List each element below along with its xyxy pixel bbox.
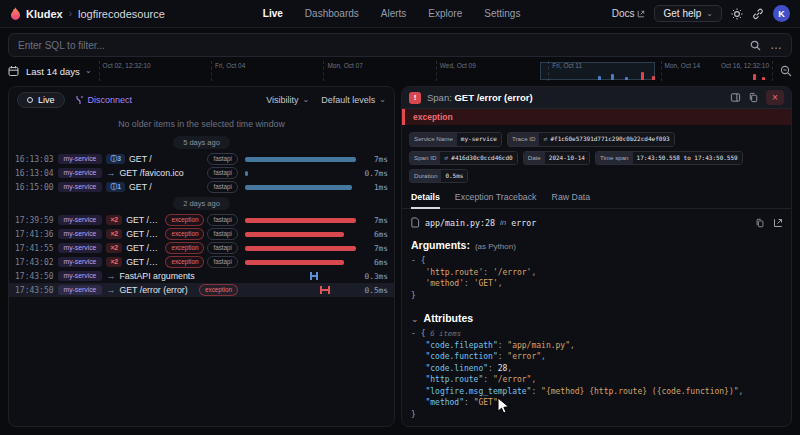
duration-bar-track (245, 270, 359, 282)
source-location-row[interactable]: app/main.py:28 in error (410, 217, 783, 228)
visibility-label: Visibility (266, 95, 298, 105)
trace-row[interactable]: 17:41:36my-service×2GET /errorexceptionf… (9, 227, 394, 241)
row-tags: fastapi (207, 153, 238, 164)
attributes-section-header[interactable]: ⌄ Attributes (411, 312, 782, 324)
tag-exception: exception (199, 284, 238, 295)
duration-bar-track (245, 284, 359, 296)
meta-value: my-service (457, 133, 501, 146)
tab-live[interactable]: Live (252, 0, 294, 28)
tab-dashboards[interactable]: Dashboards (294, 0, 370, 28)
time-separator: 5 days ago (9, 136, 394, 149)
more-options-icon[interactable]: … (770, 39, 782, 51)
collapse-chevron-icon: ⌄ (411, 314, 419, 324)
meta-value-text: 17:43:50.558 to 17:43:50.559 (637, 155, 738, 161)
tab-alerts[interactable]: Alerts (370, 0, 418, 28)
trace-list-header: Live Disconnect Visibility ⌄ Default lev… (9, 87, 394, 113)
detail-tab-details[interactable]: Details (411, 192, 440, 209)
duration-bar-track (245, 167, 359, 179)
theme-toggle-icon[interactable] (731, 8, 743, 20)
code-token: 'http.route' (425, 268, 483, 277)
trace-row[interactable]: 16:13:04my-service→GET /favicon.icofasta… (9, 166, 394, 180)
close-panel-button[interactable]: × (766, 90, 784, 105)
meta-badge-service-name: Service Namemy-service (409, 132, 502, 147)
service-badge: my-service (58, 168, 103, 179)
user-avatar[interactable]: K (773, 5, 790, 22)
span-detail-panel: ! Span: GET /error (error) × exception (401, 86, 792, 427)
timeline-tick: Fri, Oct 04 (211, 61, 245, 81)
meta-label: Date (524, 152, 545, 165)
id-swap-icon: ⇄ (543, 136, 547, 143)
trace-row[interactable]: 17:43:02my-service×2GET /errorexceptionf… (9, 255, 394, 269)
code-token: 'method' (425, 279, 464, 288)
row-duration: 6ms (363, 230, 388, 239)
code-token: : (498, 352, 508, 361)
code-token: , (531, 268, 536, 277)
project-name[interactable]: logfirecodesource (78, 8, 165, 20)
time-separator: 2 days ago (9, 197, 394, 210)
meta-value-text: #416d30c0ccd46cd0 (451, 155, 512, 161)
service-badge: my-service (58, 154, 103, 165)
disconnect-button[interactable]: Disconnect (75, 95, 133, 105)
sql-filter-input[interactable] (18, 40, 741, 51)
tag-exception: exception (165, 214, 204, 225)
arguments-code: - { 'http.route': '/error', 'method': 'G… (411, 255, 782, 301)
trace-row[interactable]: 17:43:50my-service→FastAPI arguments0.3m… (9, 269, 394, 283)
live-dot-icon (27, 97, 33, 103)
meta-badge-date: Date2024-10-14 (523, 151, 590, 166)
code-token: "logfire.msg_template" (425, 387, 531, 396)
code-token: "GET" (474, 398, 498, 407)
visibility-dropdown[interactable]: Visibility ⌄ (266, 95, 309, 105)
error-count-badge: ×2 (106, 229, 122, 239)
detail-tab-raw-data[interactable]: Raw Data (552, 192, 591, 208)
duration-bar (245, 185, 352, 190)
span-meta: Service Namemy-serviceTrace ID⇄#f1c60e57… (402, 125, 791, 186)
span-title-name: GET /error (error) (454, 92, 532, 103)
meta-label: Trace ID (508, 133, 540, 146)
timeline-track[interactable]: Oct 02, 12:32:10Fri, Oct 04Mon, Oct 07We… (99, 61, 773, 81)
tab-explore[interactable]: Explore (417, 0, 473, 28)
fork-icon (75, 95, 84, 105)
row-timestamp: 17:39:59 (15, 216, 54, 225)
breadcrumb-separator-icon: › (68, 8, 73, 19)
dock-panel-icon[interactable] (730, 92, 741, 103)
tag-fastapi: fastapi (207, 242, 238, 253)
trace-row[interactable]: 16:15:00my-serviceⓘ1GET /fastapi1ms (9, 180, 394, 194)
zoom-out-icon[interactable] (780, 65, 792, 77)
docs-label: Docs (612, 8, 635, 19)
error-count-badge: ×2 (106, 215, 122, 225)
share-link-icon[interactable] (752, 8, 764, 20)
docs-link[interactable]: Docs (612, 8, 646, 19)
copy-link-icon[interactable] (748, 92, 759, 103)
open-source-icon[interactable] (773, 218, 783, 228)
meta-value-text: 0.5ms (445, 173, 463, 179)
org-name[interactable]: Kludex (26, 8, 63, 20)
code-line: } (411, 290, 782, 302)
trace-row[interactable]: 17:43:50my-service→GET /error (error)exc… (9, 283, 394, 297)
span-message: GET /error (126, 229, 161, 239)
code-token (411, 279, 425, 288)
span-detail-header: ! Span: GET /error (error) × (402, 87, 791, 109)
meta-value-text: 2024-10-14 (549, 155, 585, 161)
row-timestamp: 17:43:50 (15, 272, 54, 281)
meta-label: Span ID (410, 152, 440, 165)
detail-tab-exception-traceback[interactable]: Exception Traceback (455, 192, 537, 208)
levels-dropdown[interactable]: Default levels ⌄ (321, 95, 386, 105)
tab-settings[interactable]: Settings (473, 0, 531, 28)
get-help-button[interactable]: Get help ⌄ (654, 5, 722, 22)
copy-icon[interactable] (755, 218, 765, 228)
code-token: "code.function" (425, 352, 497, 361)
row-tags: exceptionfastapi (165, 214, 238, 225)
time-range-label: Last 14 days (26, 66, 80, 77)
trace-row[interactable]: 17:41:55my-service×2GET /errorexceptionf… (9, 241, 394, 255)
meta-value: 2024-10-14 (545, 152, 589, 165)
code-token: : (498, 341, 508, 350)
row-timestamp: 16:13:03 (15, 155, 54, 164)
search-icon[interactable] (750, 40, 761, 51)
trace-row[interactable]: 16:13:03my-serviceⓘ3GET /fastapi7ms (9, 152, 394, 166)
time-range-dropdown[interactable]: Last 14 days ⌄ (26, 66, 92, 77)
trace-row[interactable]: 17:39:59my-service×2GET /errorexceptionf… (9, 213, 394, 227)
code-token (411, 375, 425, 384)
row-tags: exceptionfastapi (165, 256, 238, 267)
error-span-icon: ! (409, 92, 421, 104)
live-button[interactable]: Live (17, 92, 65, 108)
